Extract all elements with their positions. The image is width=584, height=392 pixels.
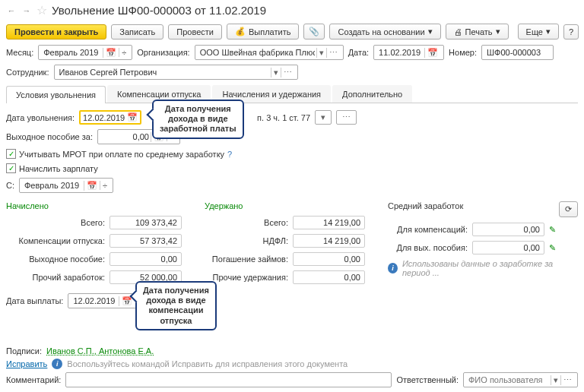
date-field[interactable]: [377, 47, 424, 58]
resp-drop[interactable]: ▾: [551, 375, 560, 385]
date-cal[interactable]: 📅: [424, 48, 440, 58]
severance-field[interactable]: [101, 131, 151, 142]
tab-conditions[interactable]: Условия увольнения: [6, 86, 106, 103]
info-icon: i: [388, 263, 398, 273]
mrot-help[interactable]: ?: [227, 150, 232, 159]
from-cal[interactable]: 📅: [84, 181, 100, 191]
loan-label: Погашение займов:: [205, 254, 288, 264]
total-label: Всего:: [6, 218, 105, 227]
for-comp-label: Для компенсаций:: [388, 225, 468, 234]
comment-label: Комментарий:: [6, 375, 61, 384]
comment-field[interactable]: [69, 375, 388, 385]
number-field[interactable]: [485, 47, 550, 58]
total-wh: 14 219,00: [293, 216, 365, 229]
org-drop[interactable]: ▾: [316, 48, 326, 58]
info-icon-fix: i: [52, 359, 62, 369]
refresh-button[interactable]: ⟳: [559, 201, 578, 217]
avg-head: Средний заработок: [388, 201, 463, 217]
for-comp-val: 0,00: [472, 223, 544, 236]
signatures-label: Подписи:: [6, 346, 42, 356]
from-label: С:: [6, 181, 14, 190]
from-month-field[interactable]: [23, 180, 84, 191]
print-label: Печать: [465, 27, 493, 36]
more-label: Еще: [526, 27, 543, 36]
emp-drop[interactable]: ▾: [271, 68, 281, 77]
other-label: Прочий заработок:: [6, 273, 105, 282]
post-close-button[interactable]: Провести и закрыть: [6, 24, 106, 40]
ndfl-val: 14 219,00: [293, 234, 365, 248]
other-wh-label: Прочие удержания:: [205, 273, 288, 282]
comp-label: Компенсации отпуска:: [6, 236, 105, 245]
date-label: Дата:: [348, 48, 369, 57]
fix-hint: Воспользуйтесь командой Исправить для ис…: [67, 359, 348, 368]
mrot-checkbox[interactable]: ✓: [6, 149, 16, 159]
dismiss-date-label: Дата увольнения:: [6, 113, 75, 122]
print-button[interactable]: 🖨 Печать ▾: [446, 24, 509, 40]
fix-link[interactable]: Исправить: [6, 359, 47, 368]
sev-sum-label: Выходное пособие:: [6, 254, 105, 264]
for-sev-label: Для вых. пособия:: [388, 243, 468, 252]
reason-suffix: п. 3 ч. 1 ст. 77: [257, 113, 310, 122]
star-icon[interactable]: ☆: [36, 3, 47, 17]
dismiss-cal[interactable]: 📅: [127, 112, 138, 122]
for-sev-val: 0,00: [472, 241, 544, 254]
emp-open[interactable]: ⋯: [281, 68, 294, 77]
withheld-head: Удержано: [205, 201, 365, 213]
page-title: Увольнение ШФ00-000003 от 11.02.2019: [52, 4, 266, 17]
reason-drop[interactable]: ▾: [319, 112, 328, 122]
save-button[interactable]: Записать: [111, 24, 163, 40]
org-label: Организация:: [137, 48, 189, 57]
severance-label: Выходное пособие за:: [6, 132, 93, 141]
mrot-label: Учитывать МРОТ при оплате по среднему за…: [19, 150, 224, 159]
pay-date-label: Дата выплаты:: [6, 296, 63, 305]
callout-income-date-salary: Дата получениядохода в видезаработной пл…: [152, 100, 244, 139]
more-button[interactable]: Еще ▾: [518, 24, 559, 40]
help-button[interactable]: ?: [563, 24, 579, 40]
signatures-link[interactable]: Иванов С.П., Антонова Е.А.: [46, 346, 154, 356]
sev-sum-val: 0,00: [110, 252, 182, 266]
pay-date-field[interactable]: [71, 296, 119, 306]
calc-salary-checkbox[interactable]: ✓: [6, 163, 16, 173]
ndfl-label: НДФЛ:: [205, 236, 288, 245]
resp-open[interactable]: ⋯: [560, 375, 574, 385]
post-button[interactable]: Провести: [168, 24, 222, 40]
from-step[interactable]: ÷: [100, 181, 110, 190]
resp-field[interactable]: [467, 375, 551, 385]
tab-additional[interactable]: Дополнительно: [332, 85, 412, 103]
used-info: Использованы данные о заработке за перио…: [402, 259, 578, 277]
accrued-head: Начислено: [6, 201, 182, 213]
pencil-icon[interactable]: ✎: [549, 225, 556, 235]
month-step-icon[interactable]: ÷: [119, 48, 129, 57]
other-wh-val: 0,00: [293, 270, 365, 284]
pay-label: Выплатить: [249, 27, 290, 36]
nav-back-icon[interactable]: ←: [6, 5, 17, 16]
attach-button[interactable]: 📎: [303, 24, 325, 40]
number-label: Номер:: [449, 48, 477, 57]
total-wh-label: Всего:: [205, 218, 288, 227]
chevron-down-icon: ▾: [428, 27, 433, 36]
total-acc: 109 373,42: [110, 216, 182, 229]
employee-label: Сотрудник:: [6, 68, 49, 77]
comp-val: 57 373,42: [110, 234, 182, 248]
create-based-button[interactable]: Создать на основании ▾: [329, 24, 440, 40]
reason-open[interactable]: ⋯: [340, 112, 353, 122]
loan-val: 0,00: [293, 252, 365, 266]
calc-salary-label: Начислить зарплату: [19, 164, 98, 173]
nav-fwd-icon[interactable]: →: [21, 5, 32, 16]
pencil-icon-2[interactable]: ✎: [549, 243, 556, 253]
org-open[interactable]: ⋯: [326, 48, 340, 58]
month-label: Месяц:: [6, 48, 33, 57]
month-cal-icon[interactable]: 📅: [103, 48, 119, 58]
month-field[interactable]: [42, 47, 103, 58]
employee-field[interactable]: [58, 67, 271, 77]
resp-label: Ответственный:: [396, 375, 459, 384]
pay-button[interactable]: 💰Выплатить: [227, 24, 299, 40]
org-field[interactable]: [198, 47, 316, 58]
dismiss-date-field[interactable]: [83, 113, 127, 122]
callout-income-date-comp: Дата получениядохода в видекомпенсацииот…: [135, 281, 217, 330]
create-based-label: Создать на основании: [338, 27, 424, 36]
